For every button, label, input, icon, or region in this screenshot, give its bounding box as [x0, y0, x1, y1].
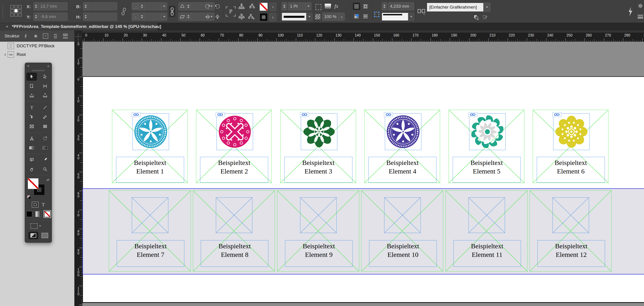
contour-options-dropdown[interactable]: [382, 12, 408, 21]
proxy-point[interactable]: [18, 5, 22, 8]
settings-gear-icon[interactable]: [637, 3, 644, 9]
document-canvas[interactable]: BeispieltextElement 1BeispieltextElement…: [82, 42, 644, 306]
tile[interactable]: BeispieltextElement 10: [361, 190, 443, 272]
contour-options-chevron[interactable]: [408, 12, 414, 21]
scale-y-field[interactable]: ↓: [132, 12, 167, 21]
proxy-point[interactable]: [18, 13, 22, 16]
image-frame[interactable]: [385, 113, 421, 150]
scale-x-stepper[interactable]: [140, 2, 144, 10]
horizontal-ruler[interactable]: 0102030405060708090100110120130140150160…: [82, 30, 644, 42]
width-stepper[interactable]: [83, 2, 88, 10]
eyedropper-tool[interactable]: [38, 155, 52, 164]
empty-image-frame[interactable]: [384, 198, 421, 233]
jump-object-button[interactable]: [362, 12, 369, 20]
content-placer-tool[interactable]: [38, 91, 52, 100]
swap-fill-stroke-icon[interactable]: ⇄: [46, 178, 49, 182]
apply-color-button[interactable]: [26, 211, 32, 217]
gradient-feather-tool[interactable]: [38, 143, 52, 152]
vertical-ruler[interactable]: 20100102030405060708090100110120: [74, 34, 82, 306]
text-frame[interactable]: BeispieltextElement 8: [201, 240, 268, 267]
gap-tool[interactable]: [38, 81, 52, 91]
drop-shadow-button[interactable]: [324, 4, 331, 10]
fill-swatch-none[interactable]: [28, 178, 38, 189]
scale-x-field[interactable]: →: [132, 2, 167, 10]
apply-none-button[interactable]: [44, 211, 50, 217]
pencil-tool[interactable]: [38, 112, 52, 122]
scale-y-dropdown[interactable]: [161, 13, 167, 20]
scissors-tool[interactable]: [25, 134, 38, 143]
link-badge-icon[interactable]: [300, 112, 309, 117]
no-text-wrap-button[interactable]: [353, 3, 360, 10]
clear-overrides-button[interactable]: [473, 14, 480, 20]
shear-stepper[interactable]: [186, 13, 191, 20]
palette-close-icon[interactable]: ×: [27, 64, 29, 68]
y-stepper[interactable]: [34, 13, 38, 20]
proxy-point[interactable]: [10, 5, 14, 8]
palette-collapse-icon[interactable]: «: [47, 64, 49, 68]
wrap-offset-field[interactable]: 4,233 mm: [388, 2, 414, 10]
fill-color-swatch-none[interactable]: [260, 3, 268, 11]
tile[interactable]: BeispieltextElement 3: [280, 110, 356, 183]
formatting-affects-container-button[interactable]: [32, 202, 38, 208]
opacity-value[interactable]: 100 %: [322, 14, 339, 19]
rotate-ccw-button[interactable]: [204, 3, 211, 10]
fill-options-button[interactable]: ›: [270, 3, 276, 11]
stroke-weight-value[interactable]: 1 Pt: [288, 4, 305, 9]
object-style-dropdown[interactable]: [Einfacher Grafikrahmen]: [427, 3, 484, 12]
default-fill-stroke-icon[interactable]: [27, 195, 31, 199]
text-frame[interactable]: BeispieltextElement 2: [200, 157, 268, 182]
proxy-point[interactable]: [18, 9, 22, 12]
text-frame[interactable]: BeispieltextElement 12: [538, 240, 605, 267]
x-position-field[interactable]: 13,7 mm: [33, 2, 68, 10]
image-frame[interactable]: [553, 113, 590, 150]
palette-drag-handle[interactable]: [25, 69, 52, 72]
tile[interactable]: BeispieltextElement 8: [193, 190, 275, 272]
link-badge-icon[interactable]: [384, 112, 393, 117]
wrap-object-shape-button[interactable]: [353, 12, 360, 20]
stroke-weight-field[interactable]: 1 Pt: [288, 2, 312, 10]
y-position-field[interactable]: -9,6 mm: [33, 12, 68, 21]
scale-x-dropdown[interactable]: [161, 2, 167, 10]
tile[interactable]: BeispieltextElement 6: [533, 110, 608, 183]
select-content-button[interactable]: [238, 12, 246, 21]
rotation-stepper[interactable]: [186, 2, 191, 10]
stroke-style-chevron[interactable]: [306, 12, 312, 21]
zoom-tool[interactable]: [38, 164, 52, 174]
structure-node[interactable]: DOCTYPE PFBlock: [0, 42, 74, 50]
proxy-point[interactable]: [14, 13, 18, 16]
tile[interactable]: BeispieltextElement 7: [109, 190, 191, 272]
frame-tool[interactable]: [25, 122, 38, 131]
preview-view-button[interactable]: [42, 233, 48, 238]
formatting-affects-text-button[interactable]: T: [42, 202, 44, 208]
quick-apply-lightning-icon[interactable]: [627, 6, 634, 18]
wrap-offset-stepper[interactable]: [382, 2, 387, 10]
height-field[interactable]: [83, 12, 117, 21]
add-element-icon[interactable]: +: [40, 33, 50, 39]
scale-y-stepper[interactable]: [140, 13, 144, 20]
structure-node[interactable]: ›<>Root: [0, 50, 74, 59]
text-frame[interactable]: BeispieltextElement 9: [285, 240, 353, 267]
empty-image-frame[interactable]: [552, 198, 589, 233]
rectangle-tool[interactable]: [38, 122, 52, 131]
line-tool[interactable]: [38, 103, 52, 112]
direct-selection-tool[interactable]: [38, 72, 52, 81]
tile[interactable]: BeispieltextElement 11: [446, 190, 528, 272]
stroke-weight-dropdown[interactable]: [305, 2, 311, 10]
proxy-point[interactable]: [10, 13, 14, 16]
gradient-tool[interactable]: [25, 143, 38, 152]
text-frame[interactable]: BeispieltextElement 3: [284, 157, 352, 182]
effects-menu[interactable]: fx: [334, 3, 338, 9]
status-dot-icon[interactable]: [31, 35, 40, 38]
image-frame[interactable]: [469, 113, 506, 150]
image-frame[interactable]: [301, 113, 337, 150]
delete-trash-icon[interactable]: [50, 33, 60, 39]
rotate-cw-button[interactable]: [214, 3, 221, 10]
wrap-bounding-box-button[interactable]: [362, 3, 369, 10]
text-frame[interactable]: BeispieltextElement 11: [453, 240, 521, 267]
flip-vertical-button[interactable]: [214, 13, 221, 21]
select-next-object-button[interactable]: [248, 12, 256, 21]
select-container-button[interactable]: [238, 2, 246, 10]
document-tab[interactable]: × *PFPrintArea_Template-Sammelform_editi…: [0, 23, 158, 30]
text-frame[interactable]: BeispieltextElement 10: [369, 240, 437, 267]
text-frame[interactable]: BeispieltextElement 6: [537, 157, 605, 182]
